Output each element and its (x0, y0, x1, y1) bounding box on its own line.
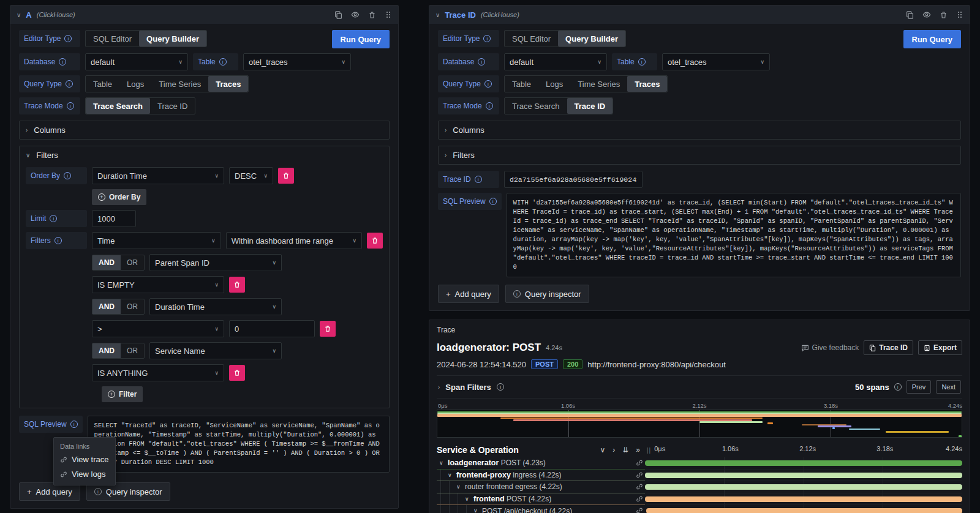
info-icon[interactable]: i (59, 58, 66, 66)
editor-type-sql-editor[interactable]: SQL Editor (86, 31, 139, 47)
bool-and[interactable]: AND (92, 343, 121, 358)
condition-value-input[interactable] (229, 320, 315, 337)
export-button[interactable]: Export (918, 340, 962, 355)
span-timeline-cell[interactable] (645, 493, 962, 506)
bool-or[interactable]: OR (121, 255, 144, 270)
bool-or[interactable]: OR (121, 343, 144, 358)
query-type-logs[interactable]: Logs (538, 76, 570, 92)
run-query-button[interactable]: Run Query (903, 30, 961, 48)
limit-input[interactable] (92, 210, 136, 227)
trash-icon[interactable] (368, 11, 376, 19)
eye-icon[interactable] (351, 10, 360, 19)
span-duration-bar[interactable] (646, 508, 962, 513)
span-name-cell[interactable]: ∨frontend-proxy ingress (4.22s) (437, 470, 645, 482)
drag-handle-icon[interactable] (956, 11, 963, 18)
expand-all-icon[interactable]: » (636, 446, 640, 454)
order-by-remove-button[interactable] (278, 168, 294, 184)
trace-mode-trace-id[interactable]: Trace ID (150, 98, 195, 114)
bool-and[interactable]: AND (92, 255, 121, 270)
trace-mode-trace-search[interactable]: Trace Search (505, 98, 567, 114)
filters-section-header[interactable]: ∨ Filters (26, 151, 383, 160)
add-order-by-button[interactable]: +Order By (92, 189, 146, 205)
query-type-traces[interactable]: Traces (627, 76, 667, 92)
info-icon[interactable]: i (483, 35, 491, 42)
info-icon[interactable]: i (66, 80, 73, 88)
eye-icon[interactable] (922, 10, 931, 19)
info-icon[interactable]: i (484, 80, 492, 88)
span-row[interactable]: ∨POST /api/checkout (4.22s) (437, 505, 962, 513)
drag-handle-icon[interactable] (385, 11, 392, 18)
condition-operator-select[interactable]: IS EMPTY∨ (92, 276, 224, 293)
info-icon[interactable]: i (67, 102, 74, 110)
trace-id-input[interactable] (504, 171, 643, 188)
columns-section[interactable]: › Columns (438, 121, 961, 140)
prev-button[interactable]: Prev (907, 380, 932, 394)
table-select[interactable]: otel_traces∨ (243, 53, 351, 70)
collapse-all-icon[interactable]: ⇊ (622, 446, 628, 454)
columns-section[interactable]: › Columns (19, 121, 390, 140)
span-duration-bar[interactable] (645, 473, 962, 478)
query-inspector-button[interactable]: iQuery inspector (505, 285, 589, 303)
give-feedback-button[interactable]: Give feedback (801, 343, 859, 352)
editor-type-query-builder[interactable]: Query Builder (139, 31, 206, 47)
info-icon[interactable]: i (478, 58, 485, 66)
span-row[interactable]: ∨router frontend egress (4.22s) (437, 481, 962, 493)
span-timeline-cell[interactable] (645, 505, 962, 513)
span-filters-toggle[interactable]: › Span Filters i (438, 383, 504, 392)
collapse-chevron-icon[interactable]: ∨ (17, 12, 21, 18)
condition-operator-select[interactable]: >∨ (92, 320, 224, 337)
order-by-direction-select[interactable]: DESC∨ (229, 167, 273, 184)
collapse-one-icon[interactable]: ∨ (600, 446, 605, 454)
collapse-chevron-icon[interactable]: ∨ (473, 507, 478, 513)
condition-field-select[interactable]: Service Name∨ (149, 342, 282, 359)
database-select[interactable]: default∨ (85, 53, 188, 70)
collapse-chevron-icon[interactable]: ∨ (439, 460, 443, 466)
collapse-chevron-icon[interactable]: ∨ (448, 472, 452, 478)
info-icon[interactable]: i (55, 237, 62, 244)
span-row[interactable]: ∨frontend-proxy ingress (4.22s) (437, 470, 962, 482)
editor-type-sql-editor[interactable]: SQL Editor (505, 31, 558, 47)
condition-field-select[interactable]: Parent Span ID∨ (149, 254, 282, 271)
span-row[interactable]: ∨frontend POST (4.22s) (437, 493, 962, 506)
duplicate-icon[interactable] (334, 11, 342, 19)
collapse-chevron-icon[interactable]: ∨ (435, 12, 440, 18)
filter-value-select[interactable]: Within dashboard time range∨ (226, 232, 362, 249)
query-type-logs[interactable]: Logs (119, 76, 151, 92)
span-name-cell[interactable]: ∨frontend POST (4.22s) (437, 493, 645, 506)
info-icon[interactable]: i (638, 58, 646, 66)
collapse-chevron-icon[interactable]: ∨ (465, 496, 469, 502)
info-icon[interactable]: i (489, 198, 497, 205)
span-link-icon[interactable] (636, 459, 643, 468)
condition-remove-button[interactable] (229, 365, 245, 381)
duplicate-icon[interactable] (906, 11, 914, 19)
run-query-button[interactable]: Run Query (332, 30, 390, 48)
table-select[interactable]: otel_traces∨ (662, 53, 770, 70)
condition-remove-button[interactable] (229, 277, 245, 293)
filters-section[interactable]: › Filters (438, 146, 961, 165)
info-icon[interactable]: i (70, 421, 78, 428)
condition-field-select[interactable]: Duration Time∨ (149, 298, 282, 315)
filter-remove-button[interactable] (367, 233, 383, 249)
trace-id-copy-button[interactable]: Trace ID (864, 340, 913, 355)
span-duration-bar[interactable] (645, 460, 962, 466)
span-timeline-cell[interactable] (645, 457, 962, 470)
add-query-button[interactable]: +Add query (438, 285, 499, 303)
collapse-chevron-icon[interactable]: ∨ (456, 484, 461, 490)
column-resize-handle[interactable]: || (645, 447, 653, 454)
condition-operator-select[interactable]: IS ANYTHING∨ (92, 364, 224, 381)
view-trace-link[interactable]: View trace (60, 455, 109, 464)
span-duration-bar[interactable] (645, 496, 962, 502)
info-icon[interactable]: i (475, 176, 482, 183)
query-type-traces[interactable]: Traces (208, 76, 248, 92)
add-filter-button[interactable]: +Filter (102, 386, 143, 402)
editor-type-query-builder[interactable]: Query Builder (558, 31, 625, 47)
span-name-cell[interactable]: ∨POST /api/checkout (4.22s) (437, 505, 645, 513)
trace-mode-trace-id[interactable]: Trace ID (567, 98, 613, 114)
span-link-icon[interactable] (636, 483, 643, 492)
order-by-field-select[interactable]: Duration Time∨ (92, 167, 224, 184)
info-icon[interactable]: i (50, 215, 57, 222)
expand-one-icon[interactable]: › (612, 446, 615, 454)
span-timeline-cell[interactable] (645, 470, 962, 482)
info-icon[interactable]: i (64, 172, 71, 179)
span-name-cell[interactable]: ∨loadgenerator POST (4.23s) (437, 457, 645, 470)
